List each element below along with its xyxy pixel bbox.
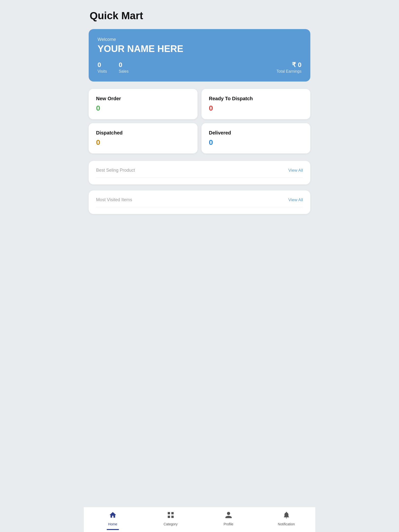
new-order-card[interactable]: New Order 0 — [89, 89, 198, 119]
ready-to-dispatch-count: 0 — [209, 104, 303, 112]
ready-to-dispatch-card[interactable]: Ready To Dispatch 0 — [201, 89, 310, 119]
sales-label: Sales — [119, 69, 129, 74]
delivered-title: Delivered — [209, 130, 303, 136]
sales-stat: 0 Sales — [119, 61, 129, 74]
ready-to-dispatch-title: Ready To Dispatch — [209, 96, 303, 101]
new-order-title: New Order — [96, 96, 190, 101]
nav-home[interactable]: Home — [84, 511, 142, 526]
dispatched-title: Dispatched — [96, 130, 190, 136]
nav-category-label: Category — [164, 522, 178, 526]
svg-rect-0 — [168, 512, 170, 514]
visits-label: Visits — [98, 69, 107, 74]
nav-category[interactable]: Category — [142, 511, 200, 526]
nav-notification-label: Notification — [278, 522, 295, 526]
best-selling-divider — [96, 177, 303, 178]
nav-home-label: Home — [108, 522, 117, 526]
visits-value: 0 — [98, 61, 107, 69]
category-icon — [167, 511, 175, 521]
most-visited-section: Most Visited Items View All — [89, 190, 310, 214]
welcome-card: Welcome YOUR NAME HERE 0 Visits 0 Sales … — [89, 29, 310, 82]
dispatched-count: 0 — [96, 138, 190, 147]
delivered-count: 0 — [209, 138, 303, 147]
svg-rect-1 — [171, 512, 173, 514]
dispatched-card[interactable]: Dispatched 0 — [89, 123, 198, 153]
svg-rect-3 — [171, 516, 173, 518]
best-selling-view-all[interactable]: View All — [288, 168, 303, 173]
most-visited-title: Most Visited Items — [96, 197, 132, 202]
bottom-nav: Home Category Profile Notificati — [84, 507, 315, 532]
best-selling-section: Best Seling Product View All — [89, 161, 310, 184]
order-cards-grid: New Order 0 Ready To Dispatch 0 Dispatch… — [89, 89, 310, 153]
best-selling-title: Best Seling Product — [96, 168, 135, 173]
most-visited-view-all[interactable]: View All — [288, 198, 303, 202]
svg-rect-2 — [168, 516, 170, 518]
welcome-label: Welcome — [98, 37, 301, 42]
nav-notification[interactable]: Notification — [257, 511, 315, 526]
notification-icon — [283, 511, 290, 521]
new-order-count: 0 — [96, 104, 190, 112]
delivered-card[interactable]: Delivered 0 — [201, 123, 310, 153]
nav-profile-label: Profile — [224, 522, 233, 526]
app-title: Quick Mart — [84, 0, 315, 29]
nav-profile[interactable]: Profile — [200, 511, 257, 526]
sales-value: 0 — [119, 61, 129, 69]
home-icon — [109, 511, 117, 521]
most-visited-divider — [96, 207, 303, 207]
earnings-stat: ₹ 0 Total Earnings — [277, 61, 301, 74]
visits-stat: 0 Visits — [98, 61, 107, 74]
welcome-name: YOUR NAME HERE — [98, 44, 301, 54]
earnings-label: Total Earnings — [277, 69, 301, 74]
earnings-value: ₹ 0 — [277, 61, 301, 69]
profile-icon — [225, 511, 233, 521]
